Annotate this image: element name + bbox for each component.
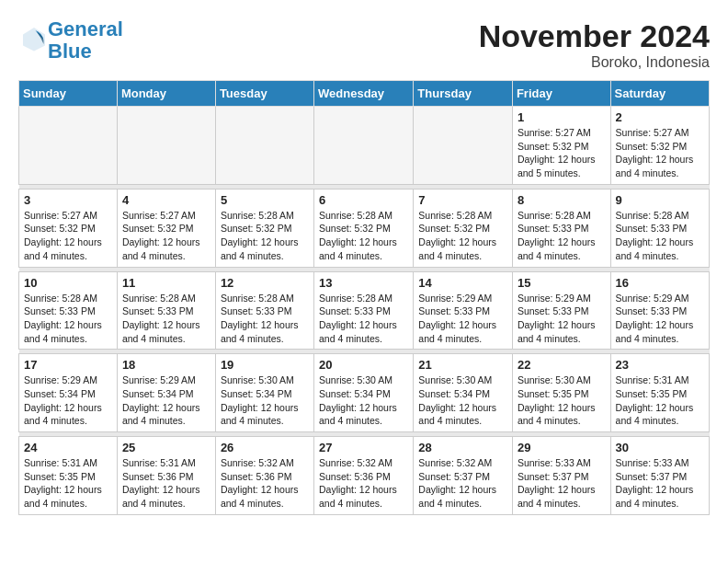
day-info: Sunrise: 5:27 AMSunset: 5:32 PMDaylight:…: [122, 209, 210, 263]
day-number: 22: [518, 358, 606, 372]
day-number: 5: [221, 193, 309, 207]
calendar-cell: 2Sunrise: 5:27 AMSunset: 5:32 PMDaylight…: [610, 107, 709, 185]
calendar-cell: 1Sunrise: 5:27 AMSunset: 5:32 PMDaylight…: [512, 107, 610, 185]
calendar-cell: 23Sunrise: 5:31 AMSunset: 5:35 PMDayligh…: [610, 354, 709, 432]
day-number: 16: [616, 276, 704, 290]
day-info: Sunrise: 5:33 AMSunset: 5:37 PMDaylight:…: [518, 456, 606, 511]
calendar-cell: 9Sunrise: 5:28 AMSunset: 5:33 PMDaylight…: [610, 189, 709, 267]
calendar-cell: 28Sunrise: 5:32 AMSunset: 5:37 PMDayligh…: [414, 437, 513, 515]
day-info: Sunrise: 5:29 AMSunset: 5:33 PMDaylight:…: [518, 292, 606, 346]
calendar-cell: [215, 107, 313, 185]
calendar-cell: [19, 107, 118, 185]
day-info: Sunrise: 5:30 AMSunset: 5:34 PMDaylight:…: [418, 373, 507, 428]
weekday-header-saturday: Saturday: [610, 81, 709, 107]
calendar-cell: 17Sunrise: 5:29 AMSunset: 5:34 PMDayligh…: [19, 354, 118, 432]
weekday-header-sunday: Sunday: [19, 81, 118, 107]
day-info: Sunrise: 5:31 AMSunset: 5:35 PMDaylight:…: [616, 373, 704, 428]
day-info: Sunrise: 5:28 AMSunset: 5:33 PMDaylight:…: [24, 292, 112, 346]
day-info: Sunrise: 5:32 AMSunset: 5:37 PMDaylight:…: [418, 456, 507, 511]
calendar-cell: 20Sunrise: 5:30 AMSunset: 5:34 PMDayligh…: [314, 354, 414, 432]
day-info: Sunrise: 5:27 AMSunset: 5:32 PMDaylight:…: [518, 126, 606, 180]
day-number: 9: [616, 193, 704, 207]
day-number: 20: [319, 358, 408, 372]
calendar-cell: [314, 107, 414, 185]
day-info: Sunrise: 5:28 AMSunset: 5:33 PMDaylight:…: [518, 209, 606, 263]
calendar-cell: 10Sunrise: 5:28 AMSunset: 5:33 PMDayligh…: [19, 271, 118, 350]
day-number: 23: [616, 358, 704, 372]
day-number: 10: [24, 276, 112, 290]
week-row-3: 10Sunrise: 5:28 AMSunset: 5:33 PMDayligh…: [19, 271, 710, 350]
week-row-1: 1Sunrise: 5:27 AMSunset: 5:32 PMDaylight…: [19, 107, 710, 185]
day-number: 18: [122, 358, 210, 372]
logo-icon: [20, 25, 48, 52]
weekday-header-tuesday: Tuesday: [215, 81, 313, 107]
calendar-cell: [414, 107, 513, 185]
day-info: Sunrise: 5:29 AMSunset: 5:34 PMDaylight:…: [24, 373, 112, 428]
day-info: Sunrise: 5:30 AMSunset: 5:34 PMDaylight:…: [319, 373, 408, 428]
day-number: 7: [418, 193, 507, 207]
day-number: 1: [518, 110, 606, 124]
day-number: 6: [319, 193, 408, 207]
calendar-cell: 6Sunrise: 5:28 AMSunset: 5:32 PMDaylight…: [314, 189, 414, 267]
day-info: Sunrise: 5:28 AMSunset: 5:32 PMDaylight:…: [221, 209, 309, 263]
calendar-cell: 19Sunrise: 5:30 AMSunset: 5:34 PMDayligh…: [215, 354, 313, 432]
day-info: Sunrise: 5:28 AMSunset: 5:33 PMDaylight:…: [221, 292, 309, 346]
calendar-cell: 3Sunrise: 5:27 AMSunset: 5:32 PMDaylight…: [19, 189, 118, 267]
day-info: Sunrise: 5:29 AMSunset: 5:33 PMDaylight:…: [418, 292, 507, 346]
logo: GeneralBlue: [18, 18, 123, 63]
calendar-cell: 15Sunrise: 5:29 AMSunset: 5:33 PMDayligh…: [512, 271, 610, 350]
day-info: Sunrise: 5:27 AMSunset: 5:32 PMDaylight:…: [616, 126, 704, 180]
day-info: Sunrise: 5:29 AMSunset: 5:33 PMDaylight:…: [616, 292, 704, 346]
calendar-cell: 24Sunrise: 5:31 AMSunset: 5:35 PMDayligh…: [19, 437, 118, 515]
day-number: 11: [122, 276, 210, 290]
calendar-cell: 21Sunrise: 5:30 AMSunset: 5:34 PMDayligh…: [414, 354, 513, 432]
day-info: Sunrise: 5:28 AMSunset: 5:33 PMDaylight:…: [122, 292, 210, 346]
day-number: 28: [418, 441, 507, 454]
calendar-table: SundayMondayTuesdayWednesdayThursdayFrid…: [18, 80, 710, 515]
day-number: 2: [616, 110, 704, 124]
week-row-4: 17Sunrise: 5:29 AMSunset: 5:34 PMDayligh…: [19, 354, 710, 432]
day-number: 19: [221, 358, 309, 372]
calendar-cell: 14Sunrise: 5:29 AMSunset: 5:33 PMDayligh…: [414, 271, 513, 350]
calendar-cell: 4Sunrise: 5:27 AMSunset: 5:32 PMDaylight…: [117, 189, 215, 267]
day-number: 27: [319, 441, 408, 454]
weekday-header-monday: Monday: [117, 81, 215, 107]
calendar-cell: 25Sunrise: 5:31 AMSunset: 5:36 PMDayligh…: [117, 437, 215, 515]
day-info: Sunrise: 5:28 AMSunset: 5:32 PMDaylight:…: [319, 209, 408, 263]
day-info: Sunrise: 5:31 AMSunset: 5:36 PMDaylight:…: [122, 456, 210, 511]
day-number: 14: [418, 276, 507, 290]
day-number: 25: [122, 441, 210, 454]
day-info: Sunrise: 5:28 AMSunset: 5:33 PMDaylight:…: [616, 209, 704, 263]
calendar-cell: 29Sunrise: 5:33 AMSunset: 5:37 PMDayligh…: [512, 437, 610, 515]
day-info: Sunrise: 5:31 AMSunset: 5:35 PMDaylight:…: [24, 456, 112, 511]
day-number: 21: [418, 358, 507, 372]
day-number: 12: [221, 276, 309, 290]
calendar-cell: 26Sunrise: 5:32 AMSunset: 5:36 PMDayligh…: [215, 437, 313, 515]
weekday-header-friday: Friday: [512, 81, 610, 107]
calendar-cell: 5Sunrise: 5:28 AMSunset: 5:32 PMDaylight…: [215, 189, 313, 267]
day-info: Sunrise: 5:32 AMSunset: 5:36 PMDaylight:…: [221, 456, 309, 511]
calendar-cell: 22Sunrise: 5:30 AMSunset: 5:35 PMDayligh…: [512, 354, 610, 432]
week-row-2: 3Sunrise: 5:27 AMSunset: 5:32 PMDaylight…: [19, 189, 710, 267]
day-info: Sunrise: 5:29 AMSunset: 5:34 PMDaylight:…: [122, 373, 210, 428]
calendar-cell: 11Sunrise: 5:28 AMSunset: 5:33 PMDayligh…: [117, 271, 215, 350]
location: Boroko, Indonesia: [479, 54, 710, 71]
page-header: GeneralBlue November 2024 Boroko, Indone…: [18, 18, 710, 71]
day-number: 30: [616, 441, 704, 454]
calendar-cell: 8Sunrise: 5:28 AMSunset: 5:33 PMDaylight…: [512, 189, 610, 267]
calendar-cell: 16Sunrise: 5:29 AMSunset: 5:33 PMDayligh…: [610, 271, 709, 350]
calendar-cell: 7Sunrise: 5:28 AMSunset: 5:32 PMDaylight…: [414, 189, 513, 267]
week-row-5: 24Sunrise: 5:31 AMSunset: 5:35 PMDayligh…: [19, 437, 710, 515]
calendar-cell: 30Sunrise: 5:33 AMSunset: 5:37 PMDayligh…: [610, 437, 709, 515]
day-info: Sunrise: 5:28 AMSunset: 5:32 PMDaylight:…: [418, 209, 507, 263]
day-number: 26: [221, 441, 309, 454]
calendar-cell: 13Sunrise: 5:28 AMSunset: 5:33 PMDayligh…: [314, 271, 414, 350]
day-number: 8: [518, 193, 606, 207]
day-number: 17: [24, 358, 112, 372]
calendar-cell: 27Sunrise: 5:32 AMSunset: 5:36 PMDayligh…: [314, 437, 414, 515]
weekday-header-wednesday: Wednesday: [314, 81, 414, 107]
title-block: November 2024 Boroko, Indonesia: [479, 18, 710, 71]
calendar-cell: 12Sunrise: 5:28 AMSunset: 5:33 PMDayligh…: [215, 271, 313, 350]
day-info: Sunrise: 5:30 AMSunset: 5:35 PMDaylight:…: [518, 373, 606, 428]
day-number: 13: [319, 276, 408, 290]
